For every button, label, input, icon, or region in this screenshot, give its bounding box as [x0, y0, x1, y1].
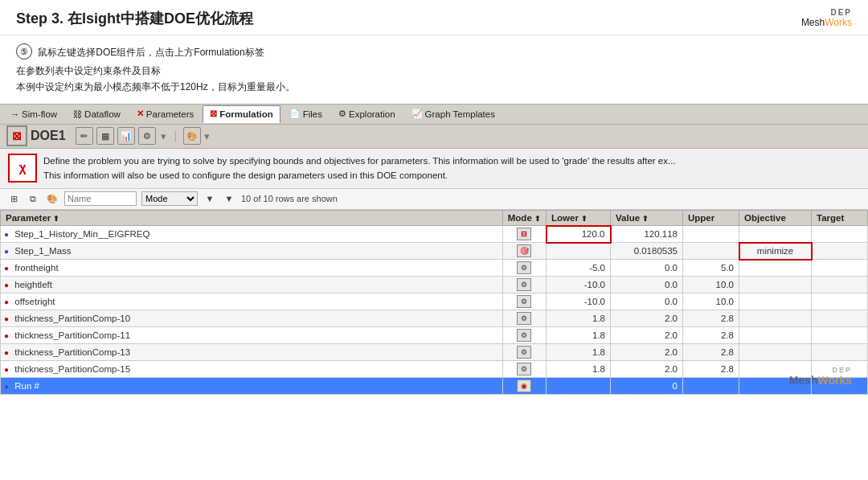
parameter-name: Run #: [14, 381, 39, 391]
cell-target: [812, 226, 868, 243]
parameter-name: thickness_PartitionComp-10: [14, 314, 130, 323]
tab-graph-templates[interactable]: 📈 Graph Templates: [404, 105, 502, 123]
settings-button[interactable]: ⚙: [138, 127, 156, 145]
tab-dataflow[interactable]: ⛓ Dataflow: [66, 105, 128, 123]
copy-button[interactable]: ⧉: [26, 191, 40, 206]
cell-value: 2.0: [611, 310, 683, 327]
cell-objective: [739, 327, 812, 344]
row-dot: ●: [4, 382, 9, 391]
cell-objective: [739, 344, 812, 361]
component-toolbar: ⊠ DOE1 ✏ ▦ 📊 ⚙ ▾ | 🎨 ▾: [0, 125, 868, 149]
table-row[interactable]: ● Step_1_History_Min__EIGFREQ ⊟ 120.0 12…: [1, 226, 868, 243]
table-header-row: Parameter ⬆ Mode ⬆ Lower ⬆ Value ⬆ Upper…: [1, 210, 868, 226]
row-dot: ●: [4, 247, 9, 256]
tab-exploration[interactable]: ⚙ Exploration: [331, 105, 403, 123]
tab-simflow-label: Sim-flow: [22, 109, 57, 119]
info-line2: This information will also be used to co…: [43, 170, 448, 180]
cell-parameter: ● heightleft: [1, 277, 503, 293]
mode-dropdown[interactable]: Mode: [141, 191, 198, 206]
logo-meshworks: MeshWorks: [801, 17, 852, 28]
cell-mode: ⚙: [502, 260, 546, 277]
table-row[interactable]: ● thickness_PartitionComp-10 ⚙ 1.8 2.0 2…: [1, 310, 868, 327]
tab-files[interactable]: 📄 Files: [282, 105, 330, 123]
cell-parameter: ● offsetright: [1, 293, 503, 310]
table-row[interactable]: ● offsetright ⚙ -10.0 0.0 10.0: [1, 293, 868, 310]
formulation-icon: ⊠: [210, 109, 217, 119]
col-objective: Objective: [739, 210, 812, 226]
header: Step 3. 在Isight中搭建DOE优化流程 DEP MeshWorks: [0, 0, 868, 35]
table-row[interactable]: ● thickness_PartitionComp-15 ⚙ 1.8 2.0 2…: [1, 361, 868, 378]
cell-parameter: ● thickness_PartitionComp-13: [1, 344, 503, 361]
cell-upper: 10.0: [683, 293, 739, 310]
col-target: Target: [812, 210, 868, 226]
edit-button[interactable]: ✏: [76, 127, 93, 145]
cell-parameter: ● Step_1_Mass: [1, 243, 503, 260]
table-row[interactable]: ● thickness_PartitionComp-11 ⚙ 1.8 2.0 2…: [1, 327, 868, 344]
cell-target: [812, 243, 868, 260]
cell-upper: [683, 378, 739, 395]
cell-value: 120.118: [611, 226, 683, 243]
table-wrapper: Parameter ⬆ Mode ⬆ Lower ⬆ Value ⬆ Upper…: [0, 210, 868, 396]
cell-lower: 1.8: [547, 327, 611, 344]
cell-parameter: ● Run #: [1, 378, 503, 395]
table-row[interactable]: ● frontheight ⚙ -5.0 0.0 5.0: [1, 260, 868, 277]
cell-value: 0.0: [611, 260, 683, 277]
grid-button[interactable]: ▦: [96, 127, 114, 145]
row-dot: ●: [4, 348, 9, 357]
tab-files-label: Files: [303, 109, 322, 119]
tab-simflow[interactable]: → Sim-flow: [3, 105, 64, 123]
mode-icon-design: ⚙: [517, 278, 531, 291]
name-filter-input[interactable]: [64, 191, 137, 206]
cell-lower: [547, 378, 611, 395]
cell-objective: minimize: [739, 243, 812, 260]
cell-mode: ⚙: [502, 327, 546, 344]
tabs-bar: → Sim-flow ⛓ Dataflow ✕ Parameters ⊠ For…: [0, 104, 868, 125]
cell-value: 2.0: [611, 327, 683, 344]
filter-icon[interactable]: ▼: [203, 191, 217, 206]
cell-target: [812, 293, 868, 310]
tab-graph-templates-label: Graph Templates: [425, 109, 495, 119]
filter-button[interactable]: 🎨: [45, 191, 59, 206]
table-row[interactable]: ● heightleft ⚙ -10.0 0.0 10.0: [1, 277, 868, 293]
parameters-table: Parameter ⬆ Mode ⬆ Lower ⬆ Value ⬆ Upper…: [0, 210, 868, 396]
row-dot: ●: [4, 365, 9, 374]
cell-mode: ⚙: [502, 310, 546, 327]
cell-parameter: ● thickness_PartitionComp-11: [1, 327, 503, 344]
description-box: ⑤ 鼠标左键选择DOE组件后，点击上方Formulation标签 在参数列表中设…: [0, 35, 868, 104]
parameter-name: heightleft: [14, 280, 52, 289]
info-banner: χ Define the problem you are trying to s…: [0, 149, 868, 189]
mode-icon-design: ⚙: [517, 363, 531, 375]
table-row[interactable]: ● thickness_PartitionComp-13 ⚙ 1.8 2.0 2…: [1, 344, 868, 361]
add-row-button[interactable]: ⊞: [6, 191, 21, 206]
row-dot: ●: [4, 230, 9, 239]
cell-value: 0.0: [611, 293, 683, 310]
parameter-name: thickness_PartitionComp-15: [14, 364, 130, 374]
description-text: 鼠标左键选择DOE组件后，点击上方Formulation标签 在参数列表中设定约…: [16, 47, 295, 92]
cell-upper: 2.8: [683, 344, 739, 361]
chart-button[interactable]: 📊: [117, 127, 135, 145]
tab-formulation[interactable]: ⊠ Formulation: [203, 105, 280, 123]
cell-mode: 🎯: [502, 243, 546, 260]
col-lower: Lower ⬆: [547, 210, 611, 226]
mode-icon-design: ⚙: [517, 312, 531, 325]
filter-icon2[interactable]: ▼: [222, 191, 236, 206]
cell-mode: ◉: [502, 378, 546, 395]
logo-works: Works: [825, 17, 852, 28]
parameter-name: thickness_PartitionComp-13: [14, 347, 130, 357]
page-title: Step 3. 在Isight中搭建DOE优化流程: [16, 9, 253, 28]
mode-icon-constraint: ⊟: [517, 228, 531, 240]
cell-mode: ⚙: [502, 277, 546, 293]
row-dot: ●: [4, 331, 9, 340]
cell-target: [812, 277, 868, 293]
cell-lower: 1.8: [547, 361, 611, 378]
tab-parameters[interactable]: ✕ Parameters: [129, 105, 201, 123]
palette-button[interactable]: 🎨: [183, 127, 201, 145]
logo-dep-text: DEP: [830, 8, 852, 17]
parameters-icon: ✕: [137, 109, 144, 119]
cell-parameter: ● thickness_PartitionComp-10: [1, 310, 503, 327]
table-row[interactable]: ● Run # ◉ 0: [1, 378, 868, 395]
watermark: DEP MeshWorks: [789, 366, 852, 387]
info-text: Define the problem you are trying to sol…: [43, 154, 676, 183]
cell-lower: [547, 243, 611, 260]
table-row[interactable]: ● Step_1_Mass 🎯 0.0180535 minimize: [1, 243, 868, 260]
